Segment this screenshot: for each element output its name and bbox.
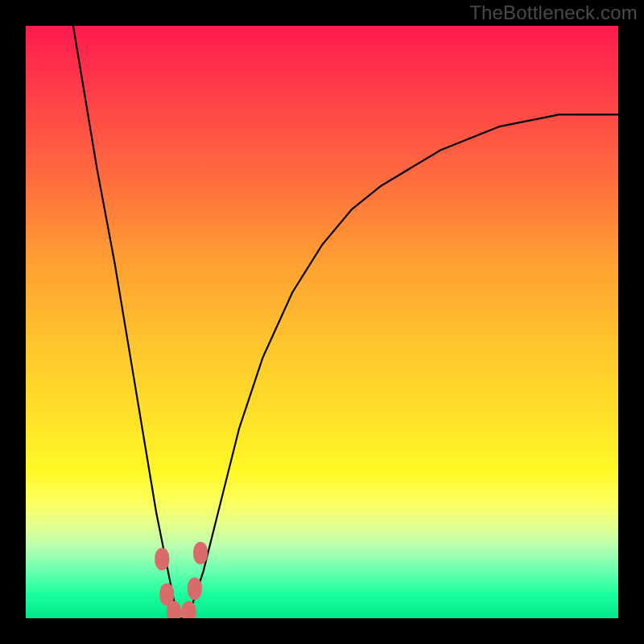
curve-marker	[188, 577, 202, 600]
curve-marker	[193, 542, 208, 564]
bottleneck-curve-svg	[26, 26, 618, 618]
chart-plot-area	[26, 26, 618, 618]
watermark-text: TheBottleneck.com	[469, 2, 638, 24]
bottleneck-curve-line	[73, 26, 618, 618]
curve-marker	[181, 601, 196, 618]
curve-marker	[155, 547, 169, 570]
